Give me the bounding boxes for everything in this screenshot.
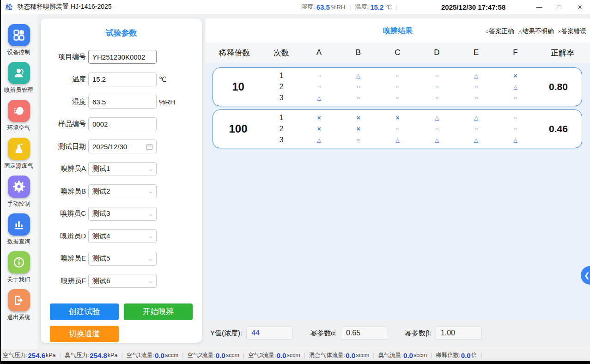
correct-rate-value: 0.80	[535, 81, 582, 92]
result-mark: △	[474, 70, 478, 81]
status-value: 254.6	[28, 352, 45, 359]
result-mark: ○	[317, 70, 321, 81]
form-row-sample-no: 样品编号0002	[41, 113, 202, 136]
panelist-a-dropdown[interactable]: 测试1⌄	[88, 162, 157, 176]
separator: |	[396, 4, 397, 11]
datetime-display: 2025/12/30 17:47:58	[441, 0, 505, 14]
result-mark: △	[435, 112, 439, 123]
correct-rate-value: 0.46	[535, 123, 582, 134]
legend-symbol: △	[518, 29, 522, 35]
form-row-humidity: 湿度63.5%RH	[41, 91, 202, 113]
humidity-input[interactable]: 63.5	[88, 95, 157, 109]
status-unit: sccm	[414, 352, 427, 358]
marks-column: △○△	[417, 112, 456, 146]
panelist-f-dropdown[interactable]: 测试6⌄	[88, 274, 157, 288]
panelist-b-dropdown[interactable]: 测试2⌄	[88, 184, 157, 198]
status-label: 臭气压力:	[65, 352, 89, 359]
result-mark: △	[356, 70, 360, 81]
column-header: 次数	[263, 48, 299, 58]
test-parameters-panel: 试验参数 项目编号YH251230K0002温度15.2℃湿度63.5%RH样品…	[41, 18, 202, 343]
sidebar-item-ambient-air[interactable]: 环境空气	[7, 100, 30, 132]
result-mark: ○	[435, 81, 438, 92]
result-mark: ○	[396, 123, 399, 134]
create-test-button[interactable]: 创建试验	[50, 303, 119, 320]
form-row-panelist-e: 嗅辨员E测试5⌄	[41, 248, 202, 270]
sidebar-item-stationary-source[interactable]: 固定源废气	[4, 138, 33, 170]
column-header: F	[496, 48, 535, 57]
status-label: 稀释倍数:	[436, 352, 460, 359]
result-mark: ○	[514, 112, 517, 123]
trial-numbers: 123	[263, 112, 299, 146]
test-date-input[interactable]: 2025/12/30	[88, 140, 157, 153]
y-concentration-input[interactable]: 44	[246, 327, 292, 340]
result-mark: ○	[514, 123, 517, 134]
maximize-button[interactable]: □	[549, 0, 570, 14]
result-mark: ○	[435, 123, 438, 134]
field-label-panelist-b: 嗅辨员B	[41, 187, 86, 196]
result-mark: ×	[317, 112, 321, 123]
switch-channel-button[interactable]: 切换通道	[50, 326, 119, 342]
status-value: 254.8	[90, 352, 107, 359]
result-mark: ×	[356, 123, 360, 134]
window-bottom-border	[0, 361, 590, 364]
field-label-panelist-c: 嗅辨员C	[41, 209, 86, 218]
column-header: 正解率	[535, 48, 590, 58]
form-row-panelist-f: 嗅辨员F测试6⌄	[41, 270, 202, 292]
start-sniff-button[interactable]: 开始嗅辨	[124, 303, 193, 320]
temperature-value: 15.2	[370, 3, 383, 11]
sidebar-item-label: 设备控制	[7, 49, 30, 56]
result-row[interactable]: 100123××△××○×○△△○△△○△○○△0.46	[213, 109, 582, 148]
field-unit-temperature: ℃	[159, 75, 167, 84]
sidebar-item-label: 固定源废气	[4, 162, 33, 170]
results-column-headers: 稀释倍数次数ABCDEF正解率	[206, 42, 590, 63]
trial-number: 2	[280, 123, 284, 134]
result-mark: △	[317, 134, 321, 146]
alpha-param-input[interactable]: 0.65	[341, 327, 387, 340]
column-header: C	[378, 48, 417, 57]
title-bar: 松 动态稀释嗅辨装置 HJ-1416-2025 湿度: 63.5 %RH | 温…	[0, 0, 590, 14]
sidebar-item-label: 手动控制	[7, 200, 30, 208]
legend-label: 答案正确	[489, 27, 514, 36]
panelist-e-dropdown[interactable]: 测试5⌄	[88, 252, 157, 266]
result-mark: △	[474, 112, 478, 123]
sidebar-item-device-control[interactable]: 设备控制	[7, 24, 30, 56]
chevron-down-icon: ⌄	[147, 233, 154, 239]
sample-no-input[interactable]: 0002	[88, 117, 157, 131]
field-label-panelist-f: 嗅辨员F	[41, 277, 86, 285]
status-unit: sccm	[226, 352, 239, 358]
calc-params-strip: Y值(浓度): 44 幂参数α: 0.65 幂参数β: 1.00	[206, 322, 590, 344]
titlebar-env-readouts: 湿度: 63.5 %RH | 温度: 15.2 ℃ |	[301, 0, 401, 14]
sidebar-item-data-query[interactable]: 数据查询	[7, 213, 30, 246]
field-value: 15.2	[92, 75, 106, 83]
sidebar-item-panelist-management[interactable]: 嗅辨员管理	[4, 62, 33, 94]
close-button[interactable]: ✕	[570, 0, 590, 14]
status-value: 0.0	[155, 352, 164, 359]
result-mark: ○	[435, 70, 438, 81]
legend-symbol: ×	[558, 29, 561, 34]
status-unit: 倍	[471, 352, 477, 359]
panelist-c-dropdown[interactable]: 测试3⌄	[88, 207, 157, 221]
status-label: 空气2流量:	[187, 352, 215, 359]
panelist-d-dropdown[interactable]: 测试4⌄	[88, 229, 157, 243]
sidebar-item-about-us[interactable]: 关于我们	[7, 251, 30, 284]
separator: |	[121, 352, 122, 358]
field-value: 63.5	[92, 98, 106, 106]
temperature-input[interactable]: 15.2	[88, 73, 157, 86]
result-mark: ×	[356, 112, 360, 123]
beta-param-input[interactable]: 1.00	[436, 327, 482, 340]
result-mark: ○	[474, 81, 478, 92]
beta-param-label: 幂参数β:	[405, 329, 432, 338]
sidebar-item-manual-control[interactable]: 手动控制	[7, 176, 30, 208]
project-no-input[interactable]: YH251230K0002	[88, 50, 157, 64]
status-label: 空气压力:	[3, 352, 27, 359]
marks-column: ○○○	[417, 70, 456, 103]
sidebar-item-exit-system[interactable]: 退出系统	[7, 289, 30, 322]
result-row[interactable]: 10123○○△△○○○○○○○○△○○×△○0.80	[213, 67, 582, 106]
marks-column: △○△	[456, 112, 496, 146]
status-bar: 空气压力:254.6kPa|臭气压力:254.8kPa|空气1流量:0.0scc…	[0, 349, 590, 361]
minimize-button[interactable]: —	[529, 0, 549, 14]
field-label-panelist-d: 嗅辨员D	[41, 232, 86, 241]
separator: |	[304, 352, 305, 358]
column-header: A	[299, 48, 339, 57]
smell-face-icon	[8, 100, 30, 122]
